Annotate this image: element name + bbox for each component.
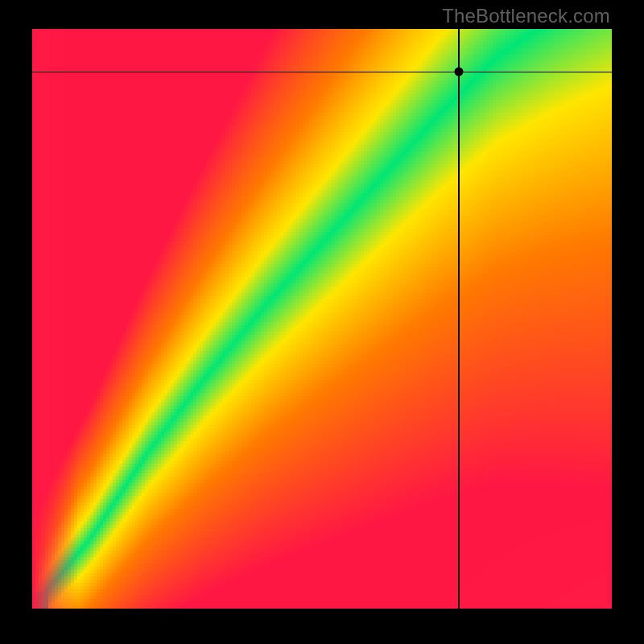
crosshair-horizontal	[32, 72, 612, 73]
heatmap-canvas	[32, 29, 612, 609]
crosshair-vertical	[458, 29, 460, 609]
marker-dot	[454, 68, 463, 76]
watermark-text: TheBottleneck.com	[442, 5, 610, 27]
heatmap-plot	[32, 29, 612, 609]
chart-stage: TheBottleneck.com	[0, 0, 644, 644]
